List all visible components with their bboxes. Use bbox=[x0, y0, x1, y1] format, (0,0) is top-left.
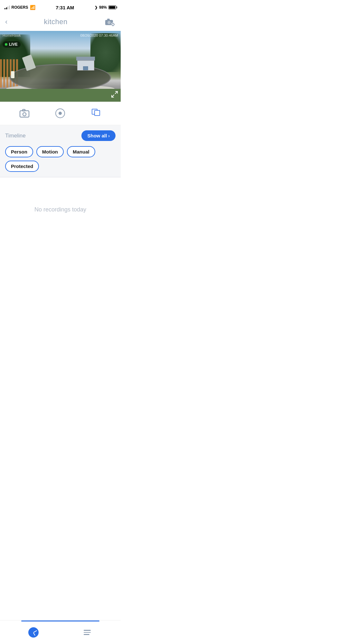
svg-rect-1 bbox=[107, 19, 110, 20]
camera-gear-icon bbox=[105, 17, 115, 26]
show-all-button[interactable]: Show all › bbox=[81, 130, 116, 141]
status-right: ❯ 98% bbox=[95, 5, 116, 10]
record-icon bbox=[55, 108, 65, 118]
filter-chip-manual[interactable]: Manual bbox=[67, 146, 95, 157]
live-text: LIVE bbox=[9, 42, 18, 47]
controls-row bbox=[0, 102, 121, 125]
battery-icon bbox=[108, 5, 116, 9]
svg-point-2 bbox=[107, 21, 111, 24]
live-badge: LIVE bbox=[3, 41, 21, 48]
chevron-right-icon: › bbox=[108, 133, 110, 138]
location-icon: ❯ bbox=[95, 5, 97, 10]
svg-point-14 bbox=[23, 113, 26, 116]
filter-chip-motion[interactable]: Motion bbox=[36, 146, 64, 157]
carrier-label: ROGERS bbox=[12, 5, 28, 10]
expand-icon[interactable] bbox=[111, 91, 118, 99]
filter-chip-protected[interactable]: Protected bbox=[5, 161, 39, 172]
timestamp-label: 08/26/2020 07:30:46AM bbox=[80, 33, 118, 37]
svg-rect-7 bbox=[113, 26, 113, 26]
svg-point-5 bbox=[112, 24, 114, 25]
signal-strength-icon bbox=[5, 5, 10, 9]
svg-rect-8 bbox=[111, 24, 112, 25]
live-dot-icon bbox=[5, 43, 7, 46]
svg-line-10 bbox=[115, 91, 117, 94]
status-time: 7:31 AM bbox=[56, 5, 74, 10]
filter-chips: Person Motion Manual Protected bbox=[0, 145, 121, 177]
camera-settings-button[interactable] bbox=[104, 16, 116, 28]
timeline-label: Timeline bbox=[5, 133, 26, 139]
record-button[interactable] bbox=[53, 106, 67, 120]
svg-rect-9 bbox=[114, 24, 115, 25]
nav-bar: ‹ kitchen bbox=[0, 14, 121, 31]
svg-rect-6 bbox=[113, 23, 113, 23]
svg-line-11 bbox=[112, 95, 114, 97]
screenshot-icon bbox=[19, 109, 30, 118]
multiview-icon bbox=[92, 109, 101, 118]
status-left: ROGERS 📶 bbox=[5, 5, 35, 10]
wifi-icon: 📶 bbox=[30, 5, 35, 10]
svg-rect-13 bbox=[23, 109, 25, 111]
camera-feed[interactable]: HomeHawk 08/26/2020 07:30:46AM LIVE bbox=[0, 31, 121, 102]
timeline-header: Timeline Show all › bbox=[0, 125, 121, 145]
battery-percentage: 98% bbox=[99, 5, 107, 10]
filter-chip-person[interactable]: Person bbox=[5, 146, 33, 157]
watermark-label: HomeHawk bbox=[3, 33, 21, 37]
back-button[interactable]: ‹ bbox=[5, 18, 7, 26]
no-recordings-area: No recordings today bbox=[0, 177, 121, 242]
multiview-button[interactable] bbox=[89, 106, 103, 120]
no-recordings-text: No recordings today bbox=[34, 206, 86, 213]
status-bar: ROGERS 📶 7:31 AM ❯ 98% bbox=[0, 0, 121, 14]
timeline-section: Timeline Show all › Person Motion Manual… bbox=[0, 125, 121, 242]
screenshot-button[interactable] bbox=[17, 106, 32, 120]
page-title: kitchen bbox=[44, 18, 68, 26]
